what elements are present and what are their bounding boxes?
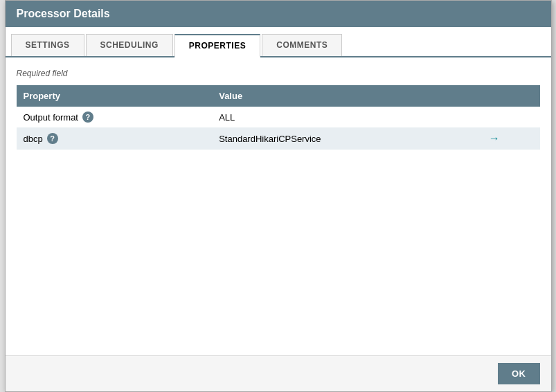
properties-table: Property Value Output format ? ALL bbox=[17, 85, 540, 150]
property-name-dbcp: dbcp bbox=[24, 134, 43, 144]
property-name-cell: dbcp ? bbox=[17, 127, 213, 150]
dialog-header: Processor Details bbox=[6, 1, 551, 27]
table-row: dbcp ? StandardHikariCPService → bbox=[17, 127, 540, 150]
table-header-row: Property Value bbox=[17, 85, 540, 107]
property-name-output-format: Output format bbox=[24, 112, 78, 123]
help-icon-output-format[interactable]: ? bbox=[82, 112, 93, 123]
dialog-title: Processor Details bbox=[17, 8, 110, 19]
property-action-output-format bbox=[482, 107, 540, 127]
arrow-icon-dbcp[interactable]: → bbox=[489, 132, 500, 144]
required-field-label: Required field bbox=[17, 69, 540, 78]
tab-bar: SETTINGS SCHEDULING PROPERTIES COMMENTS bbox=[6, 27, 551, 57]
processor-details-dialog: Processor Details SETTINGS SCHEDULING PR… bbox=[5, 0, 552, 392]
tab-comments[interactable]: COMMENTS bbox=[262, 34, 342, 56]
dialog-footer: OK bbox=[6, 355, 551, 391]
tab-settings[interactable]: SETTINGS bbox=[11, 34, 84, 56]
help-icon-dbcp[interactable]: ? bbox=[47, 133, 58, 144]
table-row: Output format ? ALL bbox=[17, 107, 540, 127]
property-name-cell: Output format ? bbox=[17, 107, 213, 127]
property-value-output-format: ALL bbox=[212, 107, 482, 127]
ok-button[interactable]: OK bbox=[498, 363, 540, 384]
col-header-value: Value bbox=[212, 85, 482, 107]
tab-content-properties: Required field Property Value Output for… bbox=[6, 57, 551, 355]
tab-scheduling[interactable]: SCHEDULING bbox=[86, 34, 173, 56]
property-action-dbcp[interactable]: → bbox=[482, 127, 540, 150]
property-value-dbcp: StandardHikariCPService bbox=[212, 127, 482, 150]
col-header-action bbox=[482, 85, 540, 107]
col-header-property: Property bbox=[17, 85, 213, 107]
tab-properties[interactable]: PROPERTIES bbox=[174, 34, 260, 57]
